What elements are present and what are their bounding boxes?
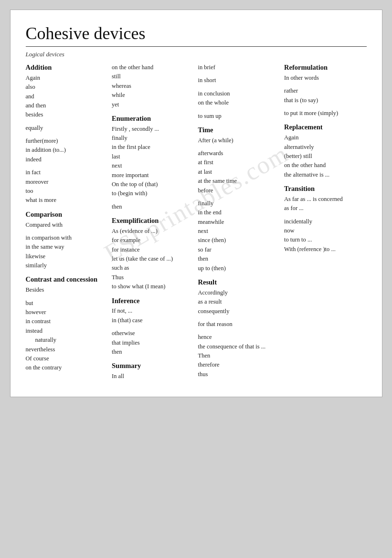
list-item: to put it more (simply)	[284, 109, 367, 118]
list-item: After (a while)	[198, 136, 281, 145]
column-3: in briefin shortin conclusionon the whol…	[198, 63, 281, 379]
spacer	[112, 199, 194, 202]
list-item: to show what (I mean)	[112, 282, 194, 291]
list-item: nevertheless	[26, 345, 108, 354]
list-item: on the contrary	[26, 363, 108, 372]
list-item: now	[284, 226, 367, 235]
spacer	[284, 83, 367, 86]
list-item: Compared with	[26, 221, 108, 230]
list-item: in short	[198, 76, 281, 85]
list-item: alternatively	[284, 143, 367, 152]
list-item: for instance	[112, 245, 194, 254]
list-item: In other words	[284, 74, 367, 83]
list-item: otherwise	[112, 329, 194, 338]
list-item: too	[26, 187, 108, 196]
list-item: whereas	[112, 82, 194, 91]
list-item: more important	[112, 171, 194, 180]
category-title-summary: Summary	[112, 361, 194, 370]
list-item: therefore	[198, 360, 281, 369]
spacer	[198, 72, 281, 76]
category-title-contrast-and-concession: Contrast and concession	[26, 275, 108, 284]
list-item: yet	[112, 100, 194, 109]
list-item: for that reason	[198, 320, 281, 329]
list-item: meanwhile	[198, 218, 281, 227]
list-item: for example	[112, 236, 194, 245]
list-item: up to (then)	[198, 264, 281, 273]
list-item: still	[112, 72, 194, 81]
list-item: in contrast	[26, 317, 108, 326]
list-item: before	[198, 186, 281, 195]
category-title-transition: Transition	[284, 184, 367, 193]
list-item: As (evidence of ...)	[112, 227, 194, 236]
column-4: ReformulationIn other wordsratherthat is…	[284, 63, 367, 254]
category-title-addition: Addition	[26, 63, 108, 72]
list-item: finally	[112, 134, 194, 143]
list-item: so far	[198, 245, 281, 254]
list-item: next	[112, 161, 194, 170]
list-item: Of course	[26, 354, 108, 363]
spacer	[284, 213, 367, 217]
list-item: moreover	[26, 178, 108, 187]
list-item: indeed	[26, 155, 108, 164]
list-item: thus	[198, 370, 281, 379]
list-item: on the other hand	[284, 161, 367, 170]
list-item: besides	[26, 110, 108, 119]
list-item: Accordingly	[198, 288, 281, 297]
list-item: as for ...	[284, 204, 367, 213]
category-title-comparison: Comparison	[26, 210, 108, 219]
list-item: that implies	[112, 338, 194, 347]
divider	[26, 46, 367, 47]
spacer	[26, 230, 108, 233]
list-item: and	[26, 92, 108, 101]
list-item: in fact	[26, 168, 108, 177]
category-title-exemplification: Exemplification	[112, 216, 194, 225]
list-item: also	[26, 83, 108, 92]
category-title-enumeration: Enumeration	[112, 114, 194, 123]
list-item: but	[26, 299, 108, 308]
spacer	[198, 145, 281, 149]
category-title-time: Time	[198, 126, 281, 135]
list-item: If not, ...	[112, 306, 194, 316]
category-title-reformulation: Reformulation	[284, 63, 367, 72]
list-item: consequently	[198, 307, 281, 316]
list-item: On the top of (that)	[112, 180, 194, 189]
list-item: what is more	[26, 196, 108, 205]
list-item: on the whole	[198, 98, 281, 107]
list-item: since (then)	[198, 236, 281, 245]
list-item: in addition (to...)	[26, 146, 108, 155]
spacer	[198, 329, 281, 333]
list-item: in brief	[198, 63, 281, 72]
list-item: naturally	[26, 336, 108, 345]
page-title: Cohesive devices	[26, 23, 367, 43]
list-item: finally	[198, 199, 281, 208]
list-item: In all	[112, 372, 194, 381]
list-item: afterwards	[198, 149, 281, 158]
list-item: incidentally	[284, 217, 367, 226]
list-item: Thus	[112, 273, 194, 282]
list-item: and then	[26, 101, 108, 110]
spacer	[26, 295, 108, 299]
list-item: that is (to say)	[284, 96, 367, 105]
list-item: in (that) case	[112, 316, 194, 325]
list-item: to (begin with)	[112, 189, 194, 198]
list-item: in comparison with	[26, 233, 108, 242]
list-item: while	[112, 91, 194, 100]
spacer	[198, 195, 281, 199]
list-item: next	[198, 227, 281, 236]
content-columns: AdditionAgainalsoandand thenbesidesequal…	[26, 63, 367, 381]
spacer	[284, 105, 367, 109]
list-item: in the first place	[112, 143, 194, 152]
category-title-replacement: Replacement	[284, 123, 367, 132]
list-item: to sum up	[198, 112, 281, 121]
spacer	[198, 108, 281, 112]
category-title-inference: Inference	[112, 296, 194, 305]
column-1: AdditionAgainalsoandand thenbesidesequal…	[26, 63, 108, 373]
list-item: (better) still	[284, 152, 367, 161]
list-item: equally	[26, 124, 108, 133]
spacer	[112, 325, 194, 329]
list-item: the alternative is ...	[284, 170, 367, 179]
column-2: on the other handstillwhereaswhileyetEnu…	[112, 63, 194, 381]
list-item: on the other hand	[112, 63, 194, 72]
list-item: at first	[198, 158, 281, 167]
list-item: to turn to ...	[284, 235, 367, 244]
